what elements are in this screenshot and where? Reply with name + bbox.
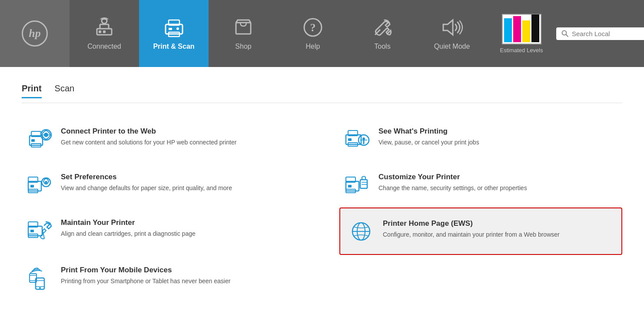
svg-rect-8 — [169, 28, 172, 30]
mobile-print-desc: Printing from your Smartphone or Tablet … — [61, 277, 230, 286]
maintain-printer-desc: Align and clean cartridges, print a diag… — [61, 229, 196, 238]
ink-bar-cyan — [504, 18, 512, 42]
quiet-mode-icon — [439, 17, 465, 38]
svg-marker-16 — [443, 20, 453, 35]
connect-web-text: Connect Printer to the Web Get new conte… — [61, 127, 236, 147]
shop-icon — [232, 17, 254, 38]
printer-home-page-text: Printer Home Page (EWS) Configure, monit… — [383, 219, 560, 239]
svg-rect-44 — [360, 180, 367, 188]
set-preferences-text: Set Preferences View and change defaults… — [61, 173, 232, 193]
list-item-customize-printer[interactable]: Customize Your Printer Change the name, … — [339, 162, 622, 208]
see-printing-desc: View, pause, or cancel your print jobs — [378, 138, 479, 147]
svg-text:?: ? — [310, 21, 316, 34]
maintain-printer-title: Maintain Your Printer — [61, 218, 196, 227]
top-navigation: hp Connected Print & Scan — [0, 0, 644, 67]
customize-printer-title: Customize Your Printer — [378, 173, 527, 181]
customize-printer-desc: Change the name, security settings, or o… — [378, 184, 527, 193]
svg-rect-48 — [30, 230, 34, 232]
content-grid: Connect Printer to the Web Get new conte… — [22, 116, 622, 303]
nav-item-print-scan[interactable]: Print & Scan — [139, 0, 209, 67]
see-printing-title: See What's Printing — [378, 127, 479, 136]
nav-item-shop[interactable]: Shop — [209, 0, 278, 67]
printer-home-page-desc: Configure, monitor, and maintain your pr… — [383, 230, 560, 239]
svg-rect-2 — [103, 30, 106, 33]
nav-tools-label: Tools — [374, 43, 390, 50]
mobile-print-title: Print From Your Mobile Devices — [61, 266, 230, 274]
customize-printer-icon — [344, 173, 370, 197]
nav-quiet-mode-label: Quiet Mode — [434, 43, 470, 50]
ink-levels-label: Estimated Levels — [500, 47, 543, 54]
connect-web-icon — [26, 127, 52, 151]
set-preferences-icon — [26, 173, 52, 197]
main-content: Print Scan Connect Printer — [0, 67, 644, 316]
nav-shop-label: Shop — [235, 43, 251, 50]
svg-point-39 — [45, 181, 47, 184]
svg-rect-1 — [99, 30, 101, 33]
nav-item-tools[interactable]: Tools — [348, 0, 417, 67]
connect-web-desc: Get new content and solutions for your H… — [61, 138, 236, 147]
list-item-printer-home-page[interactable]: Printer Home Page (EWS) Configure, monit… — [339, 208, 622, 255]
nav-item-quiet-mode[interactable]: Quiet Mode — [417, 0, 487, 67]
connected-icon — [93, 17, 115, 38]
search-area — [556, 0, 644, 67]
list-item-maintain-printer[interactable]: Maintain Your Printer Align and clean ca… — [22, 208, 305, 255]
maintain-printer-icon — [26, 218, 52, 242]
connect-web-title: Connect Printer to the Web — [61, 127, 236, 136]
mobile-print-icon — [26, 266, 52, 292]
search-box — [556, 27, 644, 40]
nav-connected-label: Connected — [87, 43, 121, 50]
svg-rect-20 — [31, 139, 35, 142]
tab-divider — [22, 103, 622, 103]
svg-rect-27 — [348, 138, 352, 141]
set-preferences-title: Set Preferences — [61, 173, 232, 181]
ink-bar-yellow — [522, 20, 530, 42]
tabs: Print Scan — [22, 80, 622, 98]
nav-item-help[interactable]: ? Help — [278, 0, 348, 67]
search-icon — [561, 30, 568, 37]
ink-bar-black — [531, 14, 539, 42]
svg-rect-35 — [30, 185, 34, 187]
see-printing-icon — [344, 127, 370, 151]
tab-scan[interactable]: Scan — [55, 80, 75, 98]
maintain-printer-text: Maintain Your Printer Align and clean ca… — [61, 218, 196, 238]
nav-print-scan-label: Print & Scan — [153, 43, 194, 50]
search-input[interactable] — [572, 30, 644, 37]
nav-help-label: Help — [306, 43, 320, 50]
list-item-mobile-print[interactable]: Print From Your Mobile Devices Printing … — [22, 255, 305, 303]
set-preferences-desc: View and change defaults for paper size,… — [61, 184, 232, 193]
hp-logo-icon: hp — [22, 20, 48, 47]
see-printing-text: See What's Printing View, pause, or canc… — [378, 127, 479, 147]
customize-printer-text: Customize Your Printer Change the name, … — [378, 173, 527, 193]
nav-logo[interactable]: hp — [0, 0, 70, 67]
ink-bar-magenta — [513, 16, 521, 42]
ink-bar-container — [502, 14, 541, 44]
printer-home-page-icon — [348, 219, 374, 243]
list-item-connect-web[interactable]: Connect Printer to the Web Get new conte… — [22, 116, 305, 162]
svg-point-11 — [176, 27, 179, 30]
list-item-set-preferences[interactable]: Set Preferences View and change defaults… — [22, 162, 305, 208]
nav-item-connected[interactable]: Connected — [70, 0, 139, 67]
print-scan-icon — [162, 17, 186, 38]
printer-home-page-title: Printer Home Page (EWS) — [383, 219, 560, 228]
svg-rect-12 — [236, 23, 251, 34]
help-icon: ? — [302, 17, 324, 38]
tools-icon — [372, 17, 393, 38]
mobile-print-text: Print From Your Mobile Devices Printing … — [61, 266, 230, 286]
svg-line-18 — [566, 35, 568, 37]
tab-print[interactable]: Print — [22, 80, 42, 98]
svg-point-57 — [39, 287, 41, 289]
ink-levels-item[interactable]: Estimated Levels — [487, 0, 556, 67]
list-item-see-printing[interactable]: See What's Printing View, pause, or canc… — [339, 116, 622, 162]
svg-rect-41 — [348, 185, 352, 187]
